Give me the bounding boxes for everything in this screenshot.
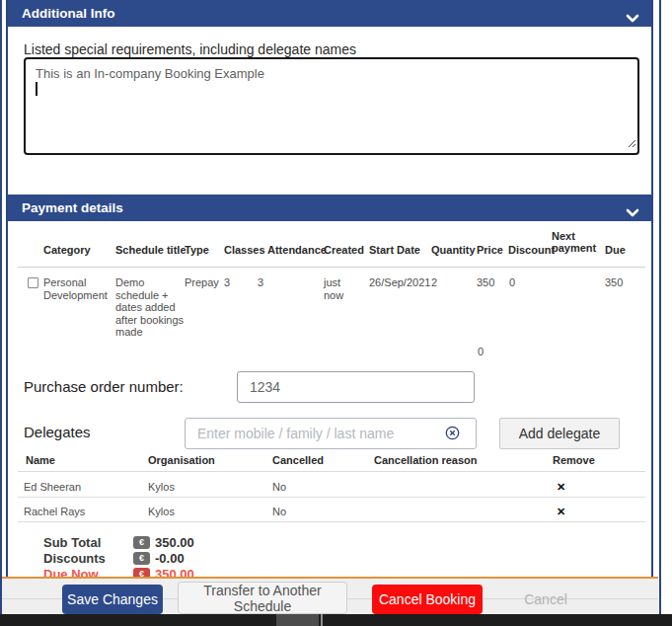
delegate-organisation: Kylos — [148, 481, 175, 493]
delegate-cancelled: No — [272, 481, 286, 493]
cell-due: 350 — [605, 276, 623, 289]
remove-delegate-icon[interactable]: ✕ — [557, 506, 565, 518]
delegate-name: Rachel Rays — [24, 506, 85, 517]
scrollbar-mark — [321, 614, 323, 626]
cell-attendance: 3 — [258, 276, 263, 289]
text-caret — [36, 82, 37, 96]
cell-price: 350 — [477, 276, 494, 289]
booking-panel: Additional Info Listed special requireme… — [6, 0, 653, 615]
purchase-order-label: Purchase order number: — [24, 378, 184, 395]
col-attendance: Attendance — [267, 244, 327, 256]
resize-handle-icon[interactable] — [627, 134, 636, 152]
purchase-order-input[interactable] — [237, 371, 475, 403]
cancel-button[interactable]: Cancel — [498, 585, 593, 614]
col-organisation: Organisation — [148, 454, 215, 466]
col-next-payment: Next payment — [552, 230, 599, 254]
col-quantity: Quantity — [431, 244, 476, 256]
col-schedule-title: Schedule title — [115, 244, 187, 256]
col-price: Price — [477, 244, 503, 256]
payment-details-header[interactable]: Payment details — [8, 195, 651, 221]
col-start-date: Start Date — [369, 244, 420, 256]
table-divider — [18, 471, 645, 472]
delegate-name: Ed Sheeran — [24, 481, 81, 493]
table-divider — [18, 497, 645, 498]
booking-modal: Additional Info Listed special requireme… — [0, 0, 672, 626]
cell-quantity: 2 — [431, 276, 437, 289]
delegate-search-input[interactable] — [185, 418, 477, 449]
col-discount: Discount — [508, 244, 555, 256]
save-changes-button[interactable]: Save Changes — [62, 585, 163, 614]
col-classes: Classes — [224, 244, 265, 256]
chevron-down-icon — [626, 9, 639, 27]
delegates-label: Delegates — [24, 424, 91, 440]
discounts-value: -0.00 — [155, 551, 185, 566]
row-checkbox[interactable] — [28, 277, 38, 288]
transfer-schedule-button[interactable]: Transfer to Another Schedule — [178, 582, 347, 614]
outer-border-right — [659, 0, 661, 614]
price-aggregate-value: 0 — [478, 346, 484, 357]
additional-info-header[interactable]: Additional Info — [8, 0, 651, 27]
chevron-down-icon — [626, 203, 639, 221]
action-bar: Save Changes Transfer to Another Schedul… — [2, 577, 658, 614]
discounts-label: Discounts — [43, 551, 106, 566]
remove-delegate-icon[interactable]: ✕ — [557, 481, 565, 494]
cell-discount: 0 — [509, 276, 515, 289]
cell-type: Prepay — [185, 276, 219, 289]
col-due: Due — [605, 244, 626, 256]
add-delegate-button[interactable]: Add delegate — [499, 418, 620, 449]
special-requirements-label: Listed special requirements, including d… — [24, 41, 356, 57]
currency-badge: € — [133, 536, 150, 549]
cell-classes: 3 — [224, 276, 230, 289]
col-cancellation-reason: Cancellation reason — [374, 454, 478, 466]
textarea-value: This is an In-company Booking Example — [36, 66, 628, 81]
col-name: Name — [26, 454, 55, 466]
currency-badge: € — [133, 552, 150, 565]
special-requirements-textarea[interactable]: This is an In-company Booking Example — [24, 57, 639, 155]
cancel-booking-button[interactable]: Cancel Booking — [372, 585, 483, 614]
cell-created: just now — [324, 276, 353, 301]
subtotal-label: Sub Total — [43, 535, 101, 550]
col-created: Created — [324, 244, 364, 256]
horizontal-scrollbar[interactable] — [0, 614, 672, 626]
additional-info-title: Additional Info — [22, 0, 114, 27]
table-header-divider — [18, 267, 645, 268]
col-remove: Remove — [553, 454, 595, 466]
cell-category: Personal Development — [43, 276, 109, 301]
col-type: Type — [185, 244, 209, 256]
outer-border-left — [0, 0, 2, 614]
col-category: Category — [43, 244, 91, 256]
table-divider — [18, 521, 645, 522]
delegate-cancelled: No — [272, 506, 286, 517]
delegate-organisation: Kylos — [148, 506, 175, 517]
subtotal-value: 350.00 — [155, 535, 194, 550]
cell-schedule-title: Demo schedule + dates added after bookin… — [115, 276, 187, 339]
scrollbar-thumb[interactable] — [276, 614, 319, 626]
col-cancelled: Cancelled — [272, 454, 324, 466]
cell-start-date: 26/Sep/2021 — [369, 276, 430, 289]
payment-details-title: Payment details — [22, 195, 123, 221]
clear-search-icon[interactable] — [445, 426, 460, 444]
